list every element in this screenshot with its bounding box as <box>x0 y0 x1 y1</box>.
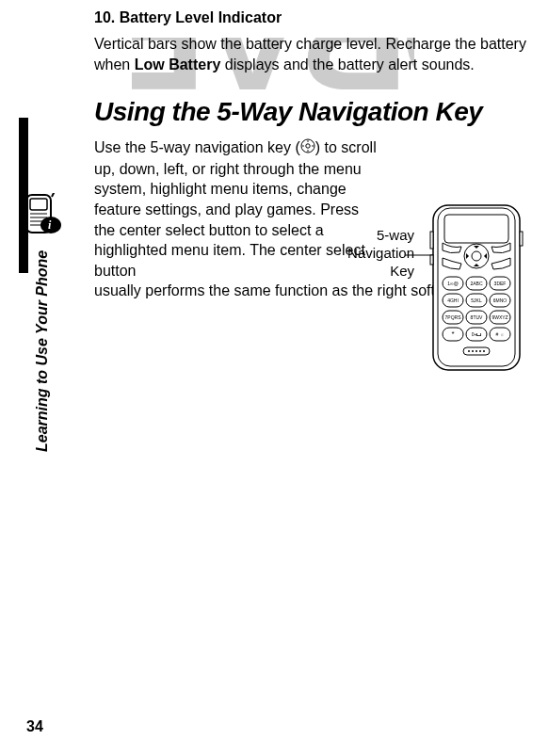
svg-rect-2 <box>30 199 47 210</box>
low-battery-label: Low Battery <box>135 56 221 72</box>
svg-rect-56 <box>430 255 433 265</box>
svg-text:3DEF: 3DEF <box>494 281 507 286</box>
section-10-heading: 10. Battery Level Indicator <box>94 9 529 26</box>
svg-text:9WXYZ: 9WXYZ <box>492 314 508 320</box>
svg-rect-55 <box>430 232 433 249</box>
sidebar-chapter-label: Learning to Use Your Phone <box>34 250 51 452</box>
svg-point-53 <box>479 350 481 352</box>
svg-point-52 <box>475 350 477 352</box>
svg-text:*: * <box>451 330 454 338</box>
svg-point-11 <box>306 144 310 148</box>
svg-text:2ABC: 2ABC <box>470 281 482 286</box>
section-10-body: Vertical bars show the battery charge le… <box>94 34 529 74</box>
svg-rect-22 <box>444 215 508 243</box>
svg-text:# ☼: # ☼ <box>496 331 505 337</box>
svg-rect-57 <box>520 232 523 246</box>
svg-point-51 <box>472 350 474 352</box>
svg-text:0+⌴: 0+⌴ <box>472 331 482 337</box>
text: ) to scroll up, down, left, or right thr… <box>94 139 377 279</box>
svg-text:5JKL: 5JKL <box>471 298 482 303</box>
svg-text:8TUV: 8TUV <box>471 314 483 320</box>
nav-key-icon <box>300 138 315 159</box>
phone-svg: 1∞@ 2ABC 3DEF 4GHI 5JKL 6MNO 7PQRS 8TUV … <box>405 203 527 382</box>
svg-point-50 <box>468 350 470 352</box>
svg-point-15 <box>312 145 314 147</box>
page-number: 34 <box>26 718 43 735</box>
svg-point-14 <box>302 145 304 147</box>
svg-point-12 <box>307 140 309 142</box>
main-heading: Using the 5-Way Navigation Key <box>94 95 529 128</box>
svg-point-54 <box>483 350 485 352</box>
text: displays and the battery alert sounds. <box>220 56 475 72</box>
svg-text:1∞@: 1∞@ <box>447 281 458 286</box>
svg-line-7 <box>52 193 55 197</box>
text: Use the 5-way navigation key ( <box>94 139 300 155</box>
svg-point-13 <box>307 150 309 152</box>
svg-point-24 <box>472 251 481 261</box>
svg-text:7PQRS: 7PQRS <box>445 314 462 320</box>
phone-illustration: 5-way Navigation Key 1∞@ 2ABC 3DEF 4GHI … <box>372 203 527 382</box>
svg-text:4GHI: 4GHI <box>447 298 459 303</box>
svg-text:6MNO: 6MNO <box>493 298 508 303</box>
